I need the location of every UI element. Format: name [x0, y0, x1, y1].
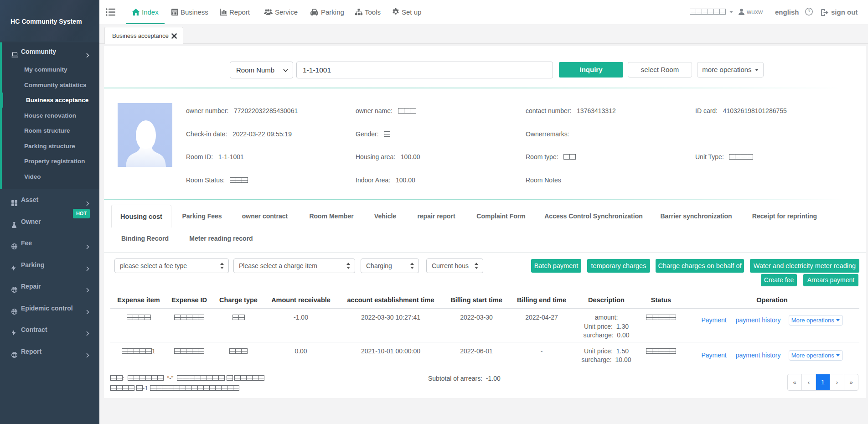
svg-text:?: ? — [808, 9, 811, 14]
